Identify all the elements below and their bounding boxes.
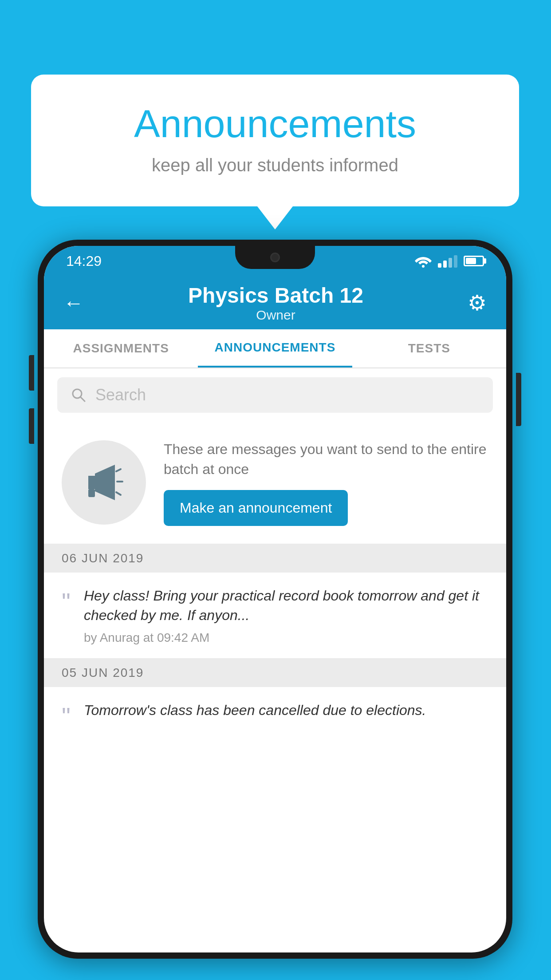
svg-line-8 [116,492,121,495]
screen-content: Search [44,368,506,952]
power-button[interactable] [516,373,521,426]
search-placeholder: Search [95,386,146,404]
app-header: ← Physics Batch 12 Owner ⚙ [44,276,506,329]
status-icons [415,254,484,268]
announcement-content-2: Tomorrow's class has been cancelled due … [84,700,488,726]
announcement-meta-1: by Anurag at 09:42 AM [84,631,488,645]
battery-icon [464,256,484,266]
make-announcement-button[interactable]: Make an announcement [164,490,348,526]
promo-card: These are messages you want to send to t… [44,422,506,544]
phone-screen: 14:29 [44,246,506,952]
promo-right: These are messages you want to send to t… [164,439,488,526]
header-center: Physics Batch 12 Owner [188,283,363,323]
tab-tests[interactable]: TESTS [352,329,506,368]
announcement-content-1: Hey class! Bring your practical record b… [84,586,488,645]
signal-icon [438,254,457,268]
back-button[interactable]: ← [63,291,84,315]
announcement-text-2: Tomorrow's class has been cancelled due … [84,700,488,720]
tab-assignments[interactable]: ASSIGNMENTS [44,329,198,368]
settings-icon[interactable]: ⚙ [468,290,487,315]
promo-description: These are messages you want to send to t… [164,439,488,479]
svg-point-0 [422,265,425,268]
search-icon [71,387,87,403]
svg-marker-3 [88,476,95,489]
header-title: Physics Batch 12 [188,283,363,308]
svg-line-2 [80,397,85,401]
promo-icon-circle [62,440,146,525]
wifi-icon [415,254,432,268]
status-time: 14:29 [66,253,102,269]
volume-up-button[interactable] [29,355,34,391]
header-subtitle: Owner [188,308,363,323]
date-separator-1: 06 JUN 2019 [44,544,506,573]
tabs-bar: ASSIGNMENTS ANNOUNCEMENTS TESTS [44,329,506,368]
svg-rect-5 [88,489,95,497]
search-container: Search [44,368,506,422]
bubble-subtitle: keep all your students informed [67,155,484,175]
speech-bubble: Announcements keep all your students inf… [31,75,519,206]
camera [270,253,280,262]
bubble-title: Announcements [67,101,484,146]
quote-icon-2: " [62,704,71,729]
svg-marker-4 [95,465,115,500]
announcement-text-1: Hey class! Bring your practical record b… [84,586,488,626]
phone-frame: 14:29 [38,240,512,959]
volume-down-button[interactable] [29,408,34,444]
quote-icon-1: " [62,589,71,614]
announcement-item-1[interactable]: " Hey class! Bring your practical record… [44,573,506,659]
phone-notch [235,246,315,269]
date-separator-2: 05 JUN 2019 [44,659,506,687]
announcement-item-2[interactable]: " Tomorrow's class has been cancelled du… [44,687,506,742]
search-bar[interactable]: Search [57,377,493,413]
megaphone-icon [82,460,126,505]
svg-line-6 [116,469,121,471]
tab-announcements[interactable]: ANNOUNCEMENTS [198,329,352,368]
